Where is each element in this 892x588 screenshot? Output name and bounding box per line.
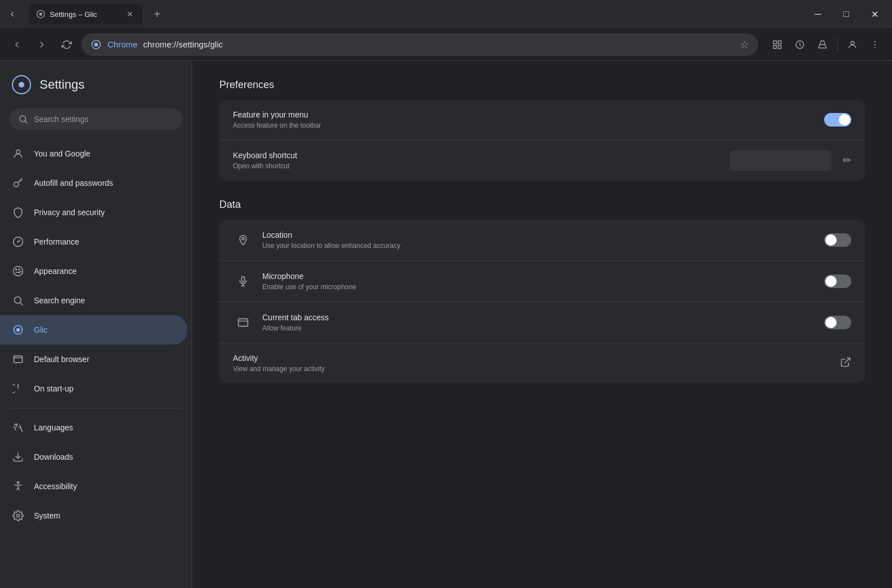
power-icon: [11, 382, 25, 395]
location-toggle[interactable]: [824, 233, 851, 247]
minimize-btn[interactable]: ─: [805, 5, 831, 23]
svg-point-18: [14, 182, 19, 186]
tab-icon: [233, 312, 253, 333]
shield-icon: [11, 206, 25, 219]
keyboard-shortcut-box[interactable]: [730, 150, 832, 171]
microphone-row: Microphone Enable use of your microphone: [219, 261, 865, 302]
settings-sidebar: Settings: [0, 61, 192, 588]
profile-btn[interactable]: [842, 34, 863, 55]
svg-line-40: [845, 358, 850, 363]
microphone-toggle[interactable]: [824, 275, 851, 288]
sidebar-label-privacy: Privacy and security: [34, 208, 105, 217]
address-bar-text: chrome://settings/glic: [143, 40, 734, 49]
nav-icons: [767, 34, 885, 55]
sidebar-header: Settings: [0, 61, 192, 104]
data-section: Data Location Use your location to a: [219, 199, 865, 383]
sidebar-item-downloads[interactable]: Downloads: [0, 442, 187, 472]
labs-btn[interactable]: [812, 34, 833, 55]
sidebar-divider-1: [9, 408, 183, 408]
edit-icon[interactable]: ✏: [843, 154, 851, 167]
svg-line-16: [25, 121, 27, 123]
address-bar[interactable]: Chrome chrome://settings/glic ☆: [81, 33, 758, 56]
sidebar-item-you-and-google[interactable]: You and Google: [0, 139, 187, 168]
palette-icon: [11, 264, 25, 278]
chrome-label: Chrome: [107, 40, 137, 49]
feature-in-menu-toggle[interactable]: [824, 113, 851, 127]
sidebar-item-languages[interactable]: Languages: [0, 413, 187, 442]
reload-btn[interactable]: [57, 34, 77, 55]
close-btn[interactable]: ✕: [861, 5, 887, 23]
sidebar-item-autofill[interactable]: Autofill and passwords: [0, 168, 187, 198]
tab-controls: [5, 6, 20, 22]
settings-search-box[interactable]: [9, 108, 183, 130]
svg-point-24: [14, 297, 21, 303]
active-tab[interactable]: Settings – Glic ✕: [29, 4, 142, 24]
browser-content: Settings: [0, 61, 892, 588]
microphone-subtitle: Enable use of your microphone: [262, 283, 824, 291]
sidebar-item-default-browser[interactable]: Default browser: [0, 345, 187, 374]
activity-content: Activity View and manage your activity: [233, 354, 840, 373]
svg-point-11: [874, 43, 876, 45]
external-link-icon[interactable]: [840, 356, 851, 371]
location-icon: [233, 230, 253, 250]
new-tab-btn[interactable]: +: [149, 6, 165, 22]
svg-point-23: [20, 271, 21, 272]
keyboard-shortcut-content: Keyboard shortcut Open with shortcut: [233, 151, 730, 170]
window-controls: ─ □ ✕: [805, 5, 887, 23]
sidebar-item-search-engine[interactable]: Search engine: [0, 286, 187, 315]
sidebar-item-system[interactable]: System: [0, 501, 187, 530]
person-icon: [11, 147, 25, 160]
activity-subtitle: View and manage your activity: [233, 365, 840, 373]
menu-btn[interactable]: [865, 34, 885, 55]
keyboard-shortcut-action: ✏: [730, 150, 851, 171]
sidebar-item-performance[interactable]: Performance: [0, 227, 187, 256]
location-row: Location Use your location to allow enha…: [219, 220, 865, 261]
search-engine-icon: [11, 294, 25, 307]
history-btn[interactable]: [790, 34, 810, 55]
activity-title: Activity: [233, 354, 840, 363]
tab-access-title: Current tab access: [262, 313, 824, 322]
forward-btn[interactable]: [32, 34, 52, 55]
toggle-thumb-location: [825, 234, 837, 246]
nav-bar: Chrome chrome://settings/glic ☆: [0, 28, 892, 61]
tab-close-btn[interactable]: ✕: [124, 8, 136, 20]
svg-point-1: [39, 12, 42, 15]
location-title: Location: [262, 230, 824, 239]
sidebar-item-on-startup[interactable]: On start-up: [0, 374, 187, 403]
settings-title: Settings: [40, 77, 85, 92]
search-input[interactable]: [34, 115, 174, 124]
sidebar-item-glic[interactable]: Glic: [0, 315, 187, 345]
sidebar-label-system: System: [34, 511, 60, 520]
sidebar-item-privacy[interactable]: Privacy and security: [0, 198, 187, 227]
svg-point-2: [94, 42, 98, 46]
sidebar-item-accessibility[interactable]: Accessibility: [0, 472, 187, 501]
glic-icon: [11, 323, 25, 337]
bookmark-icon[interactable]: ☆: [740, 38, 749, 51]
maximize-btn[interactable]: □: [833, 5, 859, 23]
keyboard-shortcut-subtitle: Open with shortcut: [233, 162, 730, 170]
back-btn[interactable]: [7, 34, 27, 55]
svg-point-20: [14, 267, 23, 276]
tab-access-toggle[interactable]: [824, 316, 851, 329]
svg-point-15: [20, 116, 26, 122]
svg-point-19: [18, 241, 19, 242]
sidebar-label-autofill: Autofill and passwords: [34, 178, 113, 188]
activity-row[interactable]: Activity View and manage your activity: [219, 343, 865, 383]
gauge-icon: [11, 235, 25, 249]
feature-in-menu-title: Feature in your menu: [233, 110, 824, 119]
svg-point-17: [16, 150, 20, 154]
extensions-btn[interactable]: [767, 34, 787, 55]
svg-point-14: [19, 82, 24, 88]
sidebar-label-languages: Languages: [34, 423, 73, 432]
accessibility-icon: [11, 480, 25, 493]
sidebar-label-downloads: Downloads: [34, 452, 73, 461]
svg-rect-5: [778, 41, 781, 43]
toggle-thumb-tab: [825, 317, 837, 328]
tab-favicon: [36, 10, 45, 19]
preferences-card: Feature in your menu Access feature on t…: [219, 100, 865, 181]
back-history-btn[interactable]: [5, 6, 20, 22]
sidebar-item-appearance[interactable]: Appearance: [0, 256, 187, 286]
svg-point-33: [17, 482, 19, 484]
svg-point-21: [16, 269, 17, 271]
key-icon: [11, 176, 25, 190]
